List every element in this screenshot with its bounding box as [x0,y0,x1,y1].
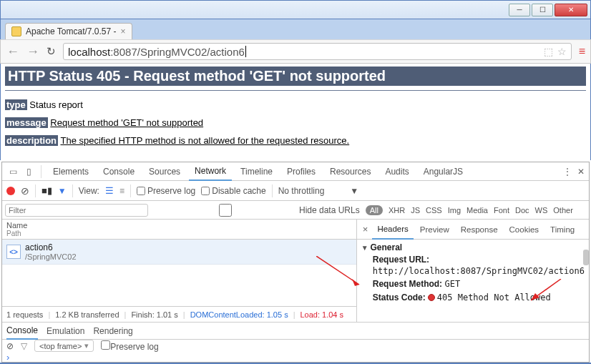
tab-timeline[interactable]: Timeline [235,162,278,181]
console-preserve-log-checkbox[interactable]: Preserve log [101,340,158,352]
detail-close-icon[interactable]: × [360,224,371,235]
capture-screenshot-icon[interactable]: ■▮ [41,185,52,196]
reload-button[interactable]: ↻ [47,45,56,58]
filter-media[interactable]: Media [467,206,488,215]
tab-title: Apache Tomcat/7.0.57 - [26,26,117,36]
message-value: Request method 'GET' not supported [50,117,203,128]
tab-profiles[interactable]: Profiles [281,162,321,181]
document-icon: <> [6,245,21,259]
request-url-row: Request URL: http://localhost:8087/Sprin… [373,254,585,277]
detail-tab-response[interactable]: Response [456,220,503,240]
filter-icon[interactable]: ▼ [58,186,67,196]
detail-tab-timing[interactable]: Timing [545,220,580,240]
url-path: /SpringMVC02/action6 [137,46,245,58]
tab-sources[interactable]: Sources [143,162,186,181]
disable-cache-checkbox[interactable]: Disable cache [201,186,265,196]
summary-requests: 1 requests [6,310,43,319]
clear-button[interactable]: ⊘ [21,185,29,197]
view-small-icon[interactable]: ≡ [119,186,124,196]
tab-resources[interactable]: Resources [324,162,376,181]
inspect-element-icon[interactable]: ▭ [6,167,19,177]
url-port: :8087 [110,46,137,58]
request-list: Name Path <> action6 /SpringMVC02 1 requ… [2,220,357,322]
request-method-value: GET [444,279,460,289]
console-prompt[interactable]: › [2,352,589,363]
type-value: Status report [29,99,82,110]
message-label: message [5,117,48,128]
type-line: type Status report [5,99,586,110]
devtools-close-icon[interactable]: ✕ [577,167,585,177]
url-host: localhost [68,46,110,58]
console-filter-icon[interactable]: ▽ [21,341,27,351]
tab-audits[interactable]: Audits [379,162,414,181]
preserve-log-checkbox[interactable]: Preserve log [137,186,195,196]
request-url-value: http://localhost:8087/SpringMVC02/action… [373,266,585,276]
general-section: General [361,242,585,252]
filter-js[interactable]: JS [411,206,420,215]
network-summary: 1 requests| 1.2 KB transferred| Finish: … [2,306,356,322]
detail-tab-headers[interactable]: Headers [372,220,413,240]
status-code-row: Status Code:405 Method Not Allowed [373,292,585,303]
col-name: Name [6,221,352,230]
drawer-tab-emulation[interactable]: Emulation [47,323,84,340]
tab-close-icon[interactable]: × [121,26,126,36]
tab-console[interactable]: Console [97,162,140,181]
device-mode-icon[interactable]: ▯ [22,167,35,177]
filter-other[interactable]: Other [553,206,573,215]
detail-tab-preview[interactable]: Preview [415,220,454,240]
request-list-header: Name Path [2,220,356,240]
chrome-menu-icon[interactable]: ≡ [579,45,585,58]
drawer-tab-rendering[interactable]: Rendering [93,323,132,340]
record-button[interactable] [6,187,15,195]
tab-angularjs[interactable]: AngularJS [418,162,469,181]
filter-font[interactable]: Font [494,206,509,215]
filter-all[interactable]: All [366,205,383,215]
filter-img[interactable]: Img [448,206,461,215]
request-detail: × Headers Preview Response Cookies Timin… [357,220,589,322]
console-clear-icon[interactable]: ⊘ [6,341,14,351]
filter-css[interactable]: CSS [426,206,442,215]
separator [272,185,273,197]
drawer-tabbar: Console Emulation Rendering [2,323,589,340]
detail-tab-cookies[interactable]: Cookies [504,220,544,240]
maximize-button[interactable]: ☐ [532,4,553,16]
text-cursor [245,46,246,57]
drawer-tab-console[interactable]: Console [6,323,38,340]
filter-input[interactable] [5,204,148,217]
bookmark-star-icon[interactable]: ☆ [557,46,567,57]
console-toolbar: ⊘ ▽ <top frame> ▾ Preserve log [2,340,589,352]
network-filter-bar: Hide data URLs All XHR JS CSS Img Media … [2,201,589,220]
devtools-more-icon[interactable]: ⋮ [563,167,572,177]
hide-data-urls-checkbox[interactable]: Hide data URLs [154,204,360,217]
list-spacer [2,265,356,306]
forward-button[interactable]: → [26,44,39,59]
request-row[interactable]: <> action6 /SpringMVC02 [2,240,356,265]
throttling-select[interactable]: No throttling▼ [278,186,359,196]
filter-ws[interactable]: WS [535,206,548,215]
detail-tabbar: × Headers Preview Response Cookies Timin… [357,220,589,240]
request-name-cell: action6 /SpringMVC02 [25,242,77,261]
back-button[interactable]: ← [6,44,19,59]
close-window-button[interactable]: ✕ [555,4,587,16]
translate-icon[interactable]: ⬚ [544,46,553,57]
filter-doc[interactable]: Doc [515,206,529,215]
devtools-drawer: Console Emulation Rendering ⊘ ▽ <top fra… [2,322,589,362]
separator [35,185,36,197]
console-frame-select[interactable]: <top frame> ▾ [34,340,94,352]
http-status-heading: HTTP Status 405 - Request method 'GET' n… [5,67,586,86]
browser-tabstrip: Apache Tomcat/7.0.57 - × [0,19,591,39]
network-body: Name Path <> action6 /SpringMVC02 1 requ… [2,220,589,322]
minimize-button[interactable]: ─ [509,4,530,16]
description-value: The specified HTTP method is not allowed… [60,135,349,146]
request-method-row: Request Method: GET [373,278,585,290]
view-large-icon[interactable]: ☰ [105,185,114,196]
filter-xhr[interactable]: XHR [389,206,405,215]
summary-load: Load: 1.04 s [301,310,344,319]
address-bar[interactable]: localhost:8087/SpringMVC02/action6 ⬚ ☆ [63,43,572,60]
tab-elements[interactable]: Elements [47,162,94,181]
window-titlebar: ─ ☐ ✕ [0,0,591,19]
tab-network[interactable]: Network [189,162,232,181]
scrollbar-thumb[interactable] [583,250,589,265]
browser-tab[interactable]: Apache Tomcat/7.0.57 - × [5,23,132,39]
status-code-value: 405 Method Not Allowed [437,292,551,302]
